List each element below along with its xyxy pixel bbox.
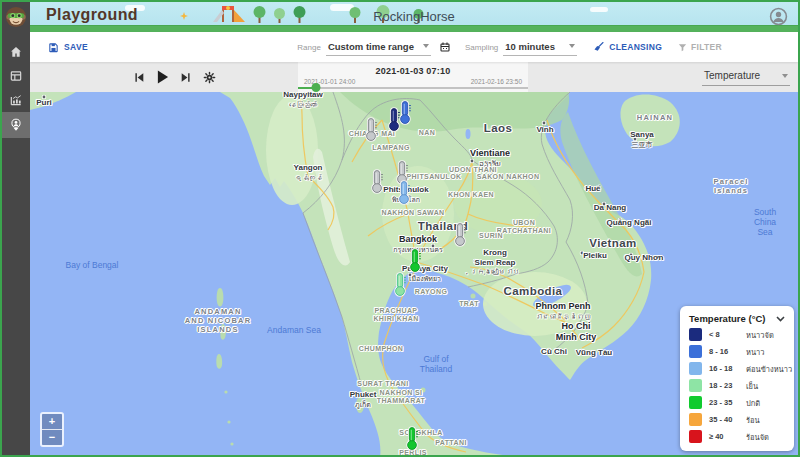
legend-item: ≥ 40ร้อนจัด xyxy=(689,430,785,443)
legend-label: ร้อนจัด xyxy=(746,431,769,443)
legend-items: < 8หนาวจัด8 - 16หนาว16 - 18ค่อนข้างหนาว1… xyxy=(689,328,785,443)
legend-label: ร้อน xyxy=(746,414,760,426)
timeline-bar: 2021-01-03 07:10 2021-01-01 24:00 2021-0… xyxy=(30,62,798,92)
legend-item: 16 - 18ค่อนข้างหนาว xyxy=(689,362,785,375)
user-circle-icon xyxy=(769,7,788,26)
sampling-select[interactable]: 10 minutes xyxy=(503,39,577,56)
legend-swatch xyxy=(689,379,702,392)
legend-collapse-button[interactable] xyxy=(776,316,785,322)
legend-item: 18 - 23เย็น xyxy=(689,379,785,392)
timeline[interactable]: 2021-01-03 07:10 2021-01-01 24:00 2021-0… xyxy=(298,62,528,92)
home-icon xyxy=(9,45,23,59)
playground-slide-icon xyxy=(208,4,248,28)
legend-item: < 8หนาวจัด xyxy=(689,328,785,341)
metric-value: Temperature xyxy=(704,70,760,81)
thermometer-marker[interactable] xyxy=(397,180,411,205)
tree-icon xyxy=(292,5,307,28)
toolbar: SAVE Range Custom time range Sampling 10… xyxy=(30,32,798,62)
user-avatar[interactable] xyxy=(5,6,27,28)
range-value: Custom time range xyxy=(328,41,414,52)
legend-swatch xyxy=(689,396,702,409)
map-zoom-controls: + − xyxy=(40,412,64,447)
broom-icon xyxy=(593,41,605,53)
legend-swatch xyxy=(689,345,702,358)
skip-to-start-button[interactable] xyxy=(134,72,144,83)
map-legend: Temperature (°C) < 8หนาวจัด8 - 16หนาว16 … xyxy=(680,306,794,451)
thermometer-marker[interactable] xyxy=(408,248,422,273)
calendar-button[interactable] xyxy=(439,41,451,53)
sidebar-item-charts[interactable] xyxy=(2,88,30,112)
thermometer-marker[interactable] xyxy=(370,169,384,194)
timeline-start-time: 2021-01-01 24:00 xyxy=(304,78,355,85)
thermometer-marker[interactable] xyxy=(453,222,467,247)
thermometer-marker[interactable] xyxy=(364,117,378,142)
legend-range: < 8 xyxy=(709,330,739,339)
account-button[interactable] xyxy=(769,7,788,26)
legend-range: 23 - 35 xyxy=(709,398,739,407)
thermometer-icon xyxy=(364,117,378,142)
legend-item: 8 - 16หนาว xyxy=(689,345,785,358)
chevron-down-icon xyxy=(423,44,429,48)
sidebar-item-map-view[interactable] xyxy=(2,112,30,138)
skip-to-end-button[interactable] xyxy=(181,72,191,83)
cloud-icon xyxy=(590,7,608,12)
save-icon xyxy=(48,42,59,53)
thermometer-marker[interactable] xyxy=(405,426,419,451)
app-logo: Playground xyxy=(46,6,138,24)
sparkle-icon xyxy=(180,6,188,24)
filter-icon xyxy=(677,42,688,53)
metric-select[interactable]: Temperature xyxy=(702,66,790,86)
calendar-icon xyxy=(439,41,451,53)
save-button[interactable]: SAVE xyxy=(48,42,88,53)
tree-icon xyxy=(273,7,286,28)
playback-controls xyxy=(134,62,216,92)
map-person-icon xyxy=(9,118,23,132)
sidebar-items xyxy=(2,40,30,138)
timeline-current-time: 2021-01-03 07:10 xyxy=(298,66,528,76)
chevron-down-icon xyxy=(782,74,788,78)
legend-item: 35 - 40ร้อน xyxy=(689,413,785,426)
app-window: Playground xyxy=(0,0,800,457)
map-canvas[interactable]: PuriBay of BengalANDAMAN AND NICOBAR ISL… xyxy=(30,92,798,455)
play-button[interactable] xyxy=(156,70,169,84)
sidebar xyxy=(2,2,30,455)
thermometer-icon xyxy=(398,100,412,125)
thermometer-icon xyxy=(408,248,422,273)
timeline-track[interactable] xyxy=(298,87,528,89)
legend-swatch xyxy=(689,430,702,443)
range-select[interactable]: Custom time range xyxy=(326,39,431,56)
legend-label: ค่อนข้างหนาว xyxy=(746,363,792,375)
filter-button[interactable]: FILTER xyxy=(677,42,722,53)
main-column: Playground xyxy=(30,2,798,455)
sidebar-item-home[interactable] xyxy=(2,40,30,64)
legend-range: 16 - 18 xyxy=(709,364,739,373)
legend-label: หนาวจัด xyxy=(746,329,774,341)
sidebar-item-data-table[interactable] xyxy=(2,64,30,88)
legend-label: หนาว xyxy=(746,346,765,358)
timeline-slider-handle[interactable] xyxy=(312,83,321,92)
thermometer-icon xyxy=(393,272,407,297)
thermometer-marker[interactable] xyxy=(393,272,407,297)
page-title: RockingHorse xyxy=(373,9,455,24)
range-label: Range xyxy=(297,43,321,52)
chart-icon xyxy=(9,93,23,107)
legend-range: 18 - 23 xyxy=(709,381,739,390)
cleansing-button[interactable]: CLEANSING xyxy=(593,41,662,53)
chevron-down-icon xyxy=(569,44,575,48)
legend-swatch xyxy=(689,362,702,375)
zoom-out-button[interactable]: − xyxy=(42,429,62,445)
playback-settings-button[interactable] xyxy=(203,71,216,84)
save-label: SAVE xyxy=(64,42,88,52)
tree-icon xyxy=(252,5,267,28)
legend-label: เย็น xyxy=(746,380,758,392)
thermometer-marker[interactable] xyxy=(398,100,412,125)
zoom-in-button[interactable]: + xyxy=(42,414,62,429)
sampling-label: Sampling xyxy=(465,43,498,52)
gear-icon xyxy=(203,71,216,84)
legend-title: Temperature (°C) xyxy=(689,313,765,324)
tree-icon xyxy=(348,6,362,28)
legend-label: ปกติ xyxy=(746,397,760,409)
app-header: Playground xyxy=(30,2,798,32)
filter-label: FILTER xyxy=(691,42,722,52)
monkey-avatar-icon xyxy=(5,6,27,28)
